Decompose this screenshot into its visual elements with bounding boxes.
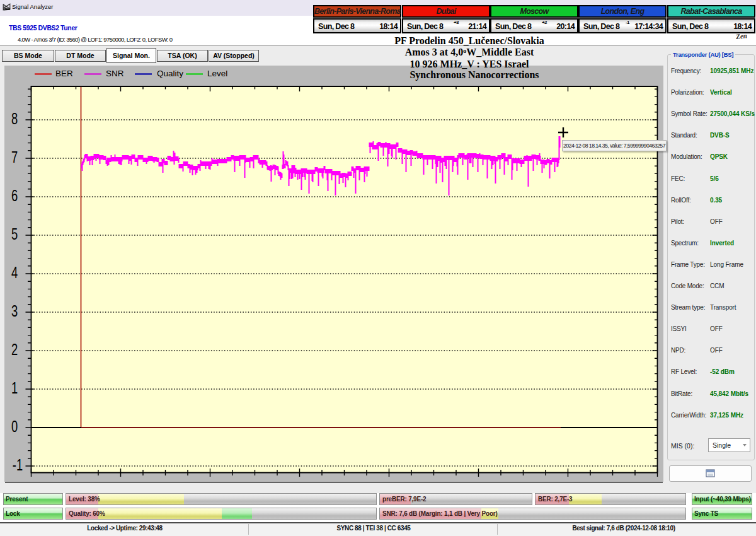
svg-text:5: 5 — [11, 225, 18, 243]
svg-text:0: 0 — [11, 417, 18, 436]
svg-text:8: 8 — [11, 110, 18, 128]
svg-text:3: 3 — [11, 302, 18, 320]
svg-text:7: 7 — [11, 148, 18, 166]
svg-text:2: 2 — [11, 341, 18, 359]
svg-text:1: 1 — [11, 379, 18, 397]
svg-text:6: 6 — [11, 187, 18, 205]
svg-text:4: 4 — [11, 264, 18, 282]
svg-text:-1: -1 — [13, 456, 23, 474]
